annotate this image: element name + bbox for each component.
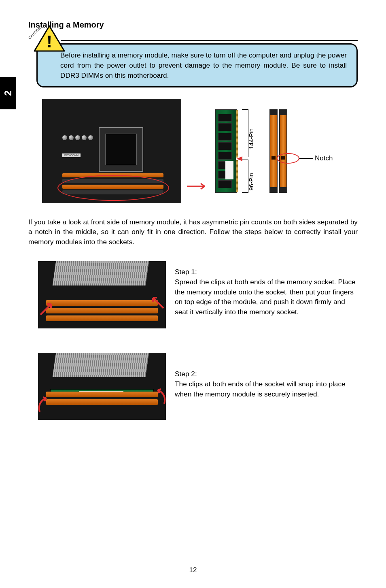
- curved-arrow-icon: [38, 394, 57, 416]
- notch-highlight-oval: [277, 153, 299, 164]
- dimm-slots-side-view: [269, 109, 287, 193]
- step-1-heading: Step 1:: [175, 267, 358, 277]
- step-2-image: [38, 353, 166, 420]
- page-content: Installing a Memory CAUTION ! Before ins…: [0, 0, 386, 460]
- step-2-row: Step 2: The clips at both ends of the so…: [28, 353, 358, 420]
- caution-block: CAUTION ! Before installing a memory mod…: [36, 40, 358, 87]
- svg-text:!: !: [47, 32, 52, 51]
- arrow-diag-icon: [39, 300, 55, 316]
- memory-diagram-row: FOXCONN: [42, 99, 358, 203]
- caution-divider: [61, 40, 358, 41]
- step-1-text: Step 1: Spread the clips at both ends of…: [175, 261, 358, 317]
- memory-module-image: [215, 109, 237, 193]
- pins-bottom-label: 96-Pin: [248, 173, 255, 190]
- page-number: 12: [0, 566, 386, 574]
- cpu-socket: [99, 127, 143, 172]
- section-title: Installing a Memory: [28, 20, 358, 30]
- curved-arrow-icon: [146, 386, 166, 408]
- motherboard-image: FOXCONN: [42, 99, 181, 203]
- capacitors: [62, 135, 95, 147]
- pins-top-label: 144-Pin: [248, 128, 255, 149]
- step-1-image: [38, 261, 166, 328]
- step-2-body: The clips at both ends of the socket wil…: [175, 379, 358, 399]
- intro-paragraph: If you take a look at front side of memo…: [28, 217, 358, 247]
- step-2-text: Step 2: The clips at both ends of the so…: [175, 353, 358, 399]
- highlight-oval: [57, 175, 169, 201]
- board-brand-label: FOXCONN: [62, 153, 81, 157]
- notch-callout: Notch: [291, 109, 340, 193]
- pin-brackets: 144-Pin 96-Pin: [241, 109, 265, 193]
- step-1-row: Step 1: Spread the clips at both ends of…: [28, 261, 358, 328]
- dimm-detail-diagram: 144-Pin 96-Pin Notch: [215, 109, 340, 193]
- step-1-body: Spread the clips at both ends of the mem…: [175, 277, 358, 317]
- arrow-diag-icon: [149, 294, 165, 310]
- step-2-heading: Step 2:: [175, 369, 358, 379]
- arrow-right-icon: [186, 182, 210, 190]
- notch-label: Notch: [315, 154, 333, 162]
- caution-triangle-icon: !: [33, 25, 66, 53]
- caution-text: Before installing a memory module, make …: [36, 43, 358, 87]
